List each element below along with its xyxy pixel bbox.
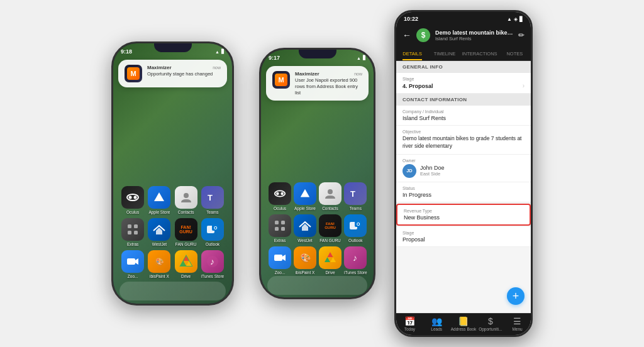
dock-1 [119,282,226,300]
app-teams-1[interactable]: T Teams [201,186,225,214]
ibispaint-label-2: ibisPaint X [296,270,315,275]
tab-notes[interactable]: NOTES [499,47,531,60]
notif-header-1: Maximizer now [147,65,221,70]
bottom-bar-today[interactable]: 📅 Today [396,316,423,331]
menu-label: Menu [512,327,522,331]
app-applestore-2[interactable]: Apple Store [294,182,316,211]
stage-value: 4. Proposal [402,83,433,89]
app-extras-1[interactable]: Extras [121,218,145,246]
app-zoom-2[interactable]: Zoo... [269,246,291,275]
app-zoom-1[interactable]: Zoo... [121,250,145,278]
applestore-label-2: Apple Store [294,206,316,211]
outlook-icon-2: O [344,214,367,237]
app-oculus-2[interactable]: Oculus [269,182,291,211]
svg-marker-13 [135,258,138,265]
app-contacts-1[interactable]: Contacts [174,186,198,214]
app-oculus-1[interactable]: Oculus [121,186,145,214]
app-teams-2[interactable]: T Teams [344,182,367,211]
notification-banner-2[interactable]: M Maximizer now User Joe Napoli exported… [266,66,369,101]
svg-rect-12 [127,258,135,265]
app-itunes-2[interactable]: ♪ iTunes Store [344,246,367,275]
bottom-bar-addressbook[interactable]: 📒 Address Book [450,316,477,331]
ibispaint-label-1: ibisPaint X [150,274,169,278]
owner-team: East Side [420,171,445,177]
wifi-icon: ▲ [215,50,219,54]
stage-label: Stage [402,77,525,81]
today-icon: 📅 [404,316,415,326]
itunes-label-1: iTunes Store [201,274,225,278]
zoom-label-1: Zoo... [128,274,138,278]
tab-interactions[interactable]: INTERACTIONS [461,47,499,60]
westjet-icon-2 [294,214,316,237]
addressbook-icon: 📒 [458,316,469,326]
android-wifi-icon: ◈ [514,16,518,22]
android-header: ← $ Demo latest mountain bikes ... Islan… [396,25,531,47]
maximizer-logo-1: M [127,67,140,80]
app-westjet-2[interactable]: WestJet [294,214,316,243]
fanguru-label-2: FAN GURU [319,238,341,243]
app-itunes-1[interactable]: ♪ iTunes Store [201,250,225,278]
notification-banner-1[interactable]: M Maximizer now Opportunity stage has ch… [118,60,227,87]
app-fanguru-1[interactable]: FAN! GURU FAN GURU [174,218,198,246]
status-label: Status [402,186,525,190]
app-drive-2[interactable]: Drive [319,246,341,275]
fanguru-icon-2: FAN! GURU [319,214,341,237]
oculus-icon-1 [121,186,144,209]
android-statusbar: 10:22 ▲ ◈ ▊ [396,12,531,25]
svg-rect-6 [134,224,138,228]
svg-rect-8 [134,231,138,234]
crm-content: General Info Stage 4. Proposal › Contact… [396,61,531,313]
ibispaint-icon-1: 🎨 [148,250,170,273]
app-outlook-2[interactable]: O Outlook [344,214,367,243]
notif-message-1: Opportunity stage has changed [147,71,221,77]
tab-timeline[interactable]: TIMELINE [428,47,460,60]
status-time-2: 9:17 [269,55,280,61]
leads-label: Leads [431,327,442,331]
teams-label-2: Teams [350,206,362,211]
applestore-icon-2 [294,182,316,205]
svg-rect-30 [281,227,285,231]
svg-text:T: T [208,193,213,202]
notch2 [299,50,336,58]
app-extras-2[interactable]: Extras [269,214,291,243]
iphone-phone1: 9:18 ▲ ▊ M Maximizer now [111,41,234,306]
applestore-icon-1 [148,186,170,209]
svg-point-25 [328,189,333,194]
stage-field[interactable]: Stage 4. Proposal › [396,73,531,94]
bottom-bar-menu[interactable]: ☰ Menu [504,316,531,331]
svg-text:🎨: 🎨 [300,253,311,263]
fab-add-button[interactable]: + [507,287,525,305]
edit-button[interactable]: ✏ [518,31,525,40]
zoom-label-2: Zoo... [275,270,286,275]
svg-text:O: O [357,222,360,226]
back-button[interactable]: ← [402,30,411,40]
addressbook-label: Address Book [451,327,476,331]
app-ibispaint-2[interactable]: 🎨 ibisPaint X [294,246,316,275]
phone2-wrapper: 9:17 ▲ ▊ M Maximizer now [259,48,375,299]
bottom-bar-opportunities[interactable]: $ Opportuniti... [477,316,504,331]
android-tabs: DETAILS TIMELINE INTERACTIONS NOTES [396,47,531,61]
contact-info-header: Contact Information [396,94,531,106]
android-phone: 10:22 ▲ ◈ ▊ ← $ Demo latest mountain bik… [394,10,533,337]
app-westjet-1[interactable]: WestJet [147,218,171,246]
tab-details[interactable]: DETAILS [396,47,428,60]
stage-chevron: › [523,82,525,89]
svg-marker-38 [330,257,336,262]
bottom-bar-leads[interactable]: 👥 Leads [423,316,450,331]
teams-icon-2: T [344,182,367,205]
itunes-icon-1: ♪ [201,250,224,273]
android-status-icons: ▲ ◈ ▊ [507,16,523,22]
app-applestore-1[interactable]: Apple Store [147,186,171,214]
app-ibispaint-1[interactable]: 🎨 ibisPaint X [147,250,171,278]
app-contacts-2[interactable]: Contacts [319,182,341,211]
app-outlook-1[interactable]: O Outlook [201,218,225,246]
ibispaint-icon-2: 🎨 [294,246,316,269]
stage-bottom-field: Stage Proposal [396,227,531,247]
contacts-label-1: Contacts [178,210,194,214]
svg-rect-34 [274,255,282,261]
app-fanguru-2[interactable]: FAN! GURU FAN GURU [319,214,341,243]
zoom-icon-2 [269,246,291,269]
notif-header-2: Maximizer now [295,71,362,77]
app-drive-1[interactable]: Drive [174,250,198,278]
teams-label-1: Teams [206,210,218,214]
